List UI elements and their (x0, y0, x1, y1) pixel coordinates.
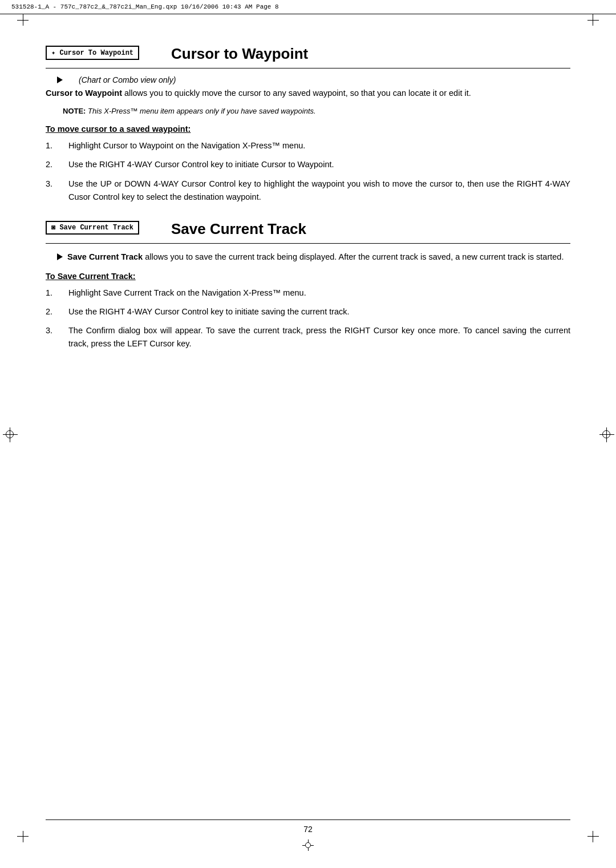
section1-arrow-row: (Chart or Combo view only) (57, 75, 570, 84)
section2-heading-left: ◙ Save Current Track (46, 221, 171, 235)
crop-mark-tl-v (23, 14, 23, 26)
section1-heading-right: Cursor to Waypoint (171, 46, 570, 63)
section1-note-text: This X-Press™ menu item appears only if … (88, 107, 316, 115)
section2-step1-number: 1. (46, 286, 68, 300)
content-area: ✦ Cursor To Waypoint Cursor to Waypoint … (46, 14, 570, 414)
section2-steps-list: 1. Highlight Save Current Track on the N… (46, 286, 570, 351)
section2-body-inline: Save Current Track allows you to save th… (67, 251, 564, 264)
section2-step-1: 1. Highlight Save Current Track on the N… (46, 286, 570, 300)
section2-step1-content: Highlight Save Current Track on the Navi… (68, 286, 570, 300)
reg-mark-right (602, 430, 610, 438)
section2-heading-right: Save Current Track (171, 221, 570, 239)
section1-step1-content: Highlight Cursor to Waypoint on the Navi… (68, 139, 570, 152)
section1-note-label: NOTE: (63, 107, 86, 115)
section1-step3-number: 3. (46, 177, 68, 191)
page-footer: 72 (46, 819, 570, 834)
section2-step3-content: The Confirm dialog box will appear. To s… (68, 324, 570, 350)
section-save-current-track: ◙ Save Current Track Save Current Track … (46, 221, 570, 351)
section1-note: NOTE: This X-Press™ menu item appears on… (63, 106, 570, 117)
section1-step1-number: 1. (46, 139, 68, 152)
section2-arrow-row: Save Current Track allows you to save th… (57, 251, 570, 264)
section1-body-rest: allows you to quickly move the cursor to… (124, 88, 471, 98)
section1-subheading: To move cursor to a saved waypoint: (46, 124, 570, 134)
section1-title: Cursor to Waypoint (171, 46, 570, 62)
section1-step2-content: Use the RIGHT 4-WAY Cursor Control key t… (68, 158, 570, 171)
crop-mark-tr-v (593, 14, 593, 26)
section1-step-2: 2. Use the RIGHT 4-WAY Cursor Control ke… (46, 158, 570, 171)
section2-step2-content: Use the RIGHT 4-WAY Cursor Control key t… (68, 305, 570, 318)
section1-step-1: 1. Highlight Cursor to Waypoint on the N… (46, 139, 570, 152)
page-number: 72 (303, 825, 313, 834)
section2-divider (46, 243, 570, 244)
section1-heading-row: ✦ Cursor To Waypoint Cursor to Waypoint (46, 46, 570, 63)
section2-step-2: 2. Use the RIGHT 4-WAY Cursor Control ke… (46, 305, 570, 318)
reg-mark-left (6, 430, 14, 438)
section2-step3-number: 3. (46, 324, 68, 337)
section2-heading-row: ◙ Save Current Track Save Current Track (46, 221, 570, 239)
section2-body-rest: allows you to save the current track bei… (145, 252, 564, 261)
reg-mark-bottom-center (302, 839, 314, 851)
section2-title: Save Current Track (171, 221, 570, 237)
section1-step-3: 3. Use the UP or DOWN 4-WAY Cursor Contr… (46, 177, 570, 204)
section1-body-bold: Cursor to Waypoint (46, 88, 122, 98)
section1-steps-list: 1. Highlight Cursor to Waypoint on the N… (46, 139, 570, 204)
save-current-track-menu-box: ◙ Save Current Track (46, 221, 139, 235)
header-bar: 531528-1_A - 757c_787c2_&_787c2i_Man_Eng… (0, 0, 616, 14)
crop-mark-bl-v (23, 831, 23, 842)
section1-arrow-icon (57, 76, 63, 83)
cursor-to-waypoint-menu-box: ✦ Cursor To Waypoint (46, 46, 139, 60)
cursor-to-waypoint-menu-label: ✦ Cursor To Waypoint (51, 49, 133, 57)
crop-mark-tr-h (587, 20, 599, 21)
section2-subheading: To Save Current Track: (46, 272, 570, 281)
save-current-track-menu-label: ◙ Save Current Track (51, 224, 133, 232)
crop-mark-br-v (593, 831, 593, 842)
page-container: 531528-1_A - 757c_787c2_&_787c2i_Man_Eng… (0, 0, 616, 868)
section1-step3-content: Use the UP or DOWN 4-WAY Cursor Control … (68, 177, 570, 204)
header-file-info: 531528-1_A - 757c_787c2_&_787c2i_Man_Eng… (11, 3, 279, 10)
section2-body-bold: Save Current Track (67, 252, 143, 261)
crop-mark-br-h (587, 836, 599, 837)
section2-step-3: 3. The Confirm dialog box will appear. T… (46, 324, 570, 350)
section1-subtitle: (Chart or Combo view only) (79, 75, 176, 84)
section-cursor-to-waypoint: ✦ Cursor To Waypoint Cursor to Waypoint … (46, 46, 570, 204)
section1-body: Cursor to Waypoint allows you to quickly… (46, 87, 570, 100)
section1-heading-left: ✦ Cursor To Waypoint (46, 46, 171, 60)
section1-divider (46, 68, 570, 68)
section2-arrow-icon (57, 253, 63, 260)
section2-step2-number: 2. (46, 305, 68, 318)
section1-step2-number: 2. (46, 158, 68, 171)
